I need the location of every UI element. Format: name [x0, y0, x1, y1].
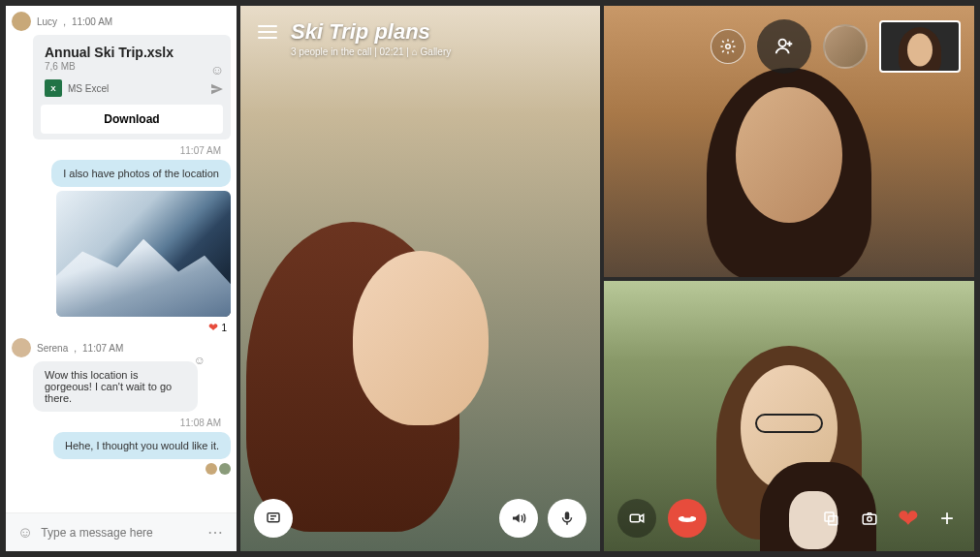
avatar-serena	[12, 338, 31, 357]
file-type: MS Excel	[68, 83, 109, 94]
svg-point-8	[868, 517, 872, 522]
excel-icon: X	[45, 79, 62, 97]
message-out[interactable]: I also have photos of the location	[51, 160, 231, 187]
reaction-row[interactable]: ❤ 1	[208, 321, 227, 334]
heart-reaction-button[interactable]: ❤	[895, 505, 922, 532]
settings-button[interactable]	[711, 29, 745, 64]
snapshot-button[interactable]	[856, 505, 883, 532]
message-input[interactable]	[41, 526, 200, 540]
react-emoji-icon[interactable]: ☺	[194, 354, 205, 367]
chat-toggle-button[interactable]	[254, 499, 293, 538]
message-out[interactable]: Hehe, I thought you would like it.	[53, 432, 231, 459]
call-title: Ski Trip plans	[291, 19, 451, 45]
svg-point-3	[779, 40, 786, 46]
message-composer: ☺ ⋯	[6, 512, 237, 551]
chat-messages: Lucy, 11:00 AM Annual Ski Trip.xslx 7,6 …	[6, 6, 237, 512]
avatar-lucy	[12, 12, 31, 31]
sender-time: 11:00 AM	[72, 16, 112, 27]
file-size: 7,6 MB	[45, 61, 219, 72]
end-call-button[interactable]	[668, 499, 707, 538]
side-video-grid: ❤ +	[604, 6, 974, 551]
call-bottom-controls: ❤ +	[617, 499, 961, 538]
call-panel: Ski Trip plans 3 people in the call | 02…	[240, 6, 974, 551]
sender-time: 11:07 AM	[82, 343, 123, 354]
add-participant-button[interactable]	[757, 19, 811, 74]
more-options-icon[interactable]: ⋯	[207, 523, 225, 542]
message-in[interactable]: Wow this location is gorgeous! I can't w…	[33, 361, 198, 412]
share-screen-button[interactable]	[817, 505, 844, 532]
heart-reaction-icon: ❤	[208, 321, 218, 334]
sender-name: Serena	[37, 343, 68, 354]
speaker-button[interactable]	[499, 499, 538, 538]
react-emoji-icon[interactable]: ☺	[209, 62, 225, 77]
file-name: Annual Ski Trip.xslx	[45, 45, 219, 60]
read-receipts	[205, 463, 231, 475]
time-divider: 11:08 AM	[12, 418, 231, 428]
time-divider: 11:07 AM	[12, 145, 231, 156]
svg-point-2	[726, 45, 731, 49]
main-video-tile: Ski Trip plans 3 people in the call | 02…	[240, 6, 600, 551]
svg-rect-4	[630, 514, 640, 522]
forward-icon[interactable]	[209, 81, 225, 97]
seen-avatar	[219, 463, 231, 475]
add-button[interactable]: +	[933, 505, 961, 532]
menu-icon[interactable]	[258, 25, 277, 39]
photo-attachment[interactable]	[56, 191, 231, 317]
reaction-count: 1	[221, 323, 227, 333]
call-header: Ski Trip plans 3 people in the call | 02…	[240, 6, 600, 71]
sender-name: Lucy	[37, 16, 57, 27]
call-top-controls	[711, 19, 961, 74]
self-view-pip[interactable]	[879, 20, 961, 73]
svg-rect-7	[863, 514, 876, 524]
svg-rect-1	[565, 511, 570, 519]
download-button[interactable]: Download	[41, 105, 223, 134]
call-subtitle: 3 people in the call | 02:21 | ⌂ Gallery	[291, 46, 451, 57]
participant-avatar[interactable]	[823, 24, 868, 69]
svg-rect-0	[268, 513, 279, 522]
message-header-lucy: Lucy, 11:00 AM	[12, 12, 231, 31]
file-attachment-card[interactable]: Annual Ski Trip.xslx 7,6 MB X MS Excel D…	[33, 35, 231, 139]
camera-button[interactable]	[617, 499, 656, 538]
app-root: Lucy, 11:00 AM Annual Ski Trip.xslx 7,6 …	[6, 6, 974, 551]
chat-panel: Lucy, 11:00 AM Annual Ski Trip.xslx 7,6 …	[6, 6, 237, 551]
emoji-picker-icon[interactable]: ☺	[17, 524, 33, 542]
microphone-button[interactable]	[548, 499, 586, 538]
main-call-controls	[254, 499, 586, 538]
seen-avatar	[205, 463, 217, 475]
